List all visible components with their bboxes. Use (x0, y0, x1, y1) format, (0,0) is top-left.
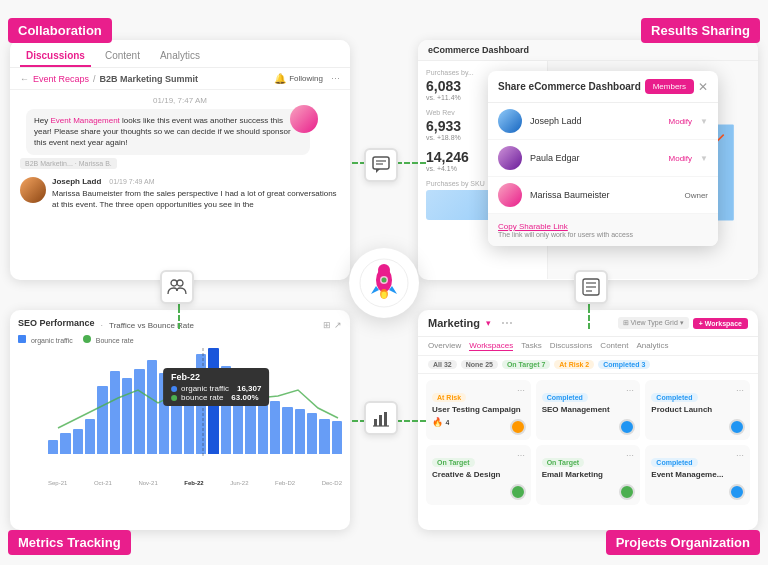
workspace-card-1[interactable]: At Risk ⋯ User Testing Campaign 🔥 4 (426, 380, 531, 440)
chart-bar-5 (110, 371, 120, 454)
tab-content-mkt[interactable]: Content (600, 341, 628, 351)
dashed-v-left-bottom (178, 307, 180, 329)
svg-point-11 (378, 264, 390, 276)
message-time-1: 01/19, 7:47 AM (20, 96, 340, 105)
message-text-2: Marissa Baumeister from the sales perspe… (52, 188, 340, 210)
share-modal: Share eCommerce Dashboard Members ✕ Jose… (488, 71, 718, 246)
marketing-title: Marketing (428, 317, 480, 329)
member-role-2[interactable]: Modify (669, 154, 693, 163)
seo-content: SEO Performance · Traffice vs Bounce Rat… (10, 310, 350, 494)
chart-bar-18 (270, 401, 280, 454)
dashed-v-right-bottom (588, 307, 590, 329)
card-progress-4 (510, 484, 526, 500)
chart-bar-0 (48, 440, 58, 454)
avatar-paula (498, 146, 522, 170)
share-member-2: Paula Edgar Modify ▼ (488, 140, 718, 177)
chart-bar-20 (295, 409, 305, 454)
share-link-description: The link will only work for users with a… (498, 231, 708, 238)
filter-none[interactable]: None 25 (461, 360, 498, 369)
card-progress-2 (619, 419, 635, 435)
filter-completed[interactable]: Completed 3 (598, 360, 650, 369)
following-button[interactable]: 🔔 Following (274, 73, 323, 84)
workspace-card-6[interactable]: Completed ⋯ Event Manageme... (645, 445, 750, 505)
seo-title: SEO Performance (18, 318, 95, 328)
svg-point-15 (382, 291, 387, 298)
list-icon (582, 278, 600, 296)
card-status-4: On Target (432, 458, 475, 467)
workspace-card-3[interactable]: Completed ⋯ Product Launch (645, 380, 750, 440)
member-role-1[interactable]: Modify (669, 117, 693, 126)
center-logo (349, 248, 419, 318)
label-metrics-tracking: Metrics Tracking (8, 530, 131, 555)
ecommerce-panel: eCommerce Dashboard Purchases by... 6,08… (418, 40, 758, 280)
svg-point-20 (177, 280, 183, 286)
share-modal-title: Share eCommerce Dashboard (498, 81, 641, 92)
chart-bar-6 (122, 378, 132, 454)
workspace-card-5[interactable]: On Target ⋯ Email Marketing (536, 445, 641, 505)
breadcrumb: ← Event Recaps / B2B Marketing Summit 🔔 … (10, 68, 350, 90)
chart-bar-7 (134, 369, 144, 454)
share-modal-header: Share eCommerce Dashboard Members ✕ (488, 71, 718, 103)
share-member-1: Joseph Ladd Modify ▼ (488, 103, 718, 140)
tab-overview[interactable]: Overview (428, 341, 461, 351)
workspace-button[interactable]: + Workspace (693, 318, 748, 329)
card-progress-1 (510, 419, 526, 435)
card-status-1: At Risk (432, 393, 466, 402)
member-name-2: Paula Edgar (530, 153, 661, 163)
label-collaboration: Collaboration (8, 18, 112, 43)
tab-workspaces[interactable]: Workspaces (469, 341, 513, 351)
share-link-section: Copy Sharable Link The link will only wo… (488, 214, 718, 246)
card-status-5: On Target (542, 458, 585, 467)
marketing-menu[interactable]: ⋯ (501, 316, 513, 330)
breadcrumb-parent[interactable]: Event Recaps (33, 74, 89, 84)
people-icon (167, 277, 187, 297)
tab-analytics[interactable]: Analytics (154, 46, 206, 67)
connector-people-icon (160, 270, 194, 304)
share-tabs: Members (645, 79, 694, 94)
message-source: B2B Marketin... · Marissa B. (20, 158, 310, 169)
share-modal-close[interactable]: ✕ (698, 80, 708, 94)
filter-atrisk[interactable]: At Risk 2 (554, 360, 594, 369)
card-status-3: Completed (651, 393, 697, 402)
tab-discussions-mkt[interactable]: Discussions (550, 341, 593, 351)
messages-container: 01/19, 7:47 AM Hey Event Management look… (10, 90, 350, 216)
member-name-3: Marissa Baumeister (530, 190, 676, 200)
card-status-6: Completed (651, 458, 697, 467)
message-author: Joseph Ladd (52, 177, 101, 186)
dashed-h-top-right (396, 162, 426, 164)
avatar-sender (290, 105, 318, 133)
seo-subtitle: Traffice vs Bounce Rate (109, 321, 194, 330)
tab-content[interactable]: Content (99, 46, 146, 67)
filter-ontarget[interactable]: On Target 7 (502, 360, 550, 369)
card-progress-3 (729, 419, 745, 435)
tab-tasks[interactable]: Tasks (521, 341, 541, 351)
chart-bar-2 (73, 429, 83, 454)
card-title-6: Event Manageme... (651, 470, 744, 480)
avatar-joseph-ladd (498, 109, 522, 133)
bar-chart-icon (372, 409, 390, 427)
ecommerce-header: eCommerce Dashboard (418, 40, 758, 61)
card-progress-5 (619, 484, 635, 500)
share-tab-members[interactable]: Members (645, 79, 694, 94)
chart-bar-21 (307, 413, 317, 454)
seo-chart-wrapper: 80,000 60,000 40,000 20,000 0 (18, 348, 342, 486)
chart-bar-3 (85, 419, 95, 454)
card-title-2: SEO Management (542, 405, 635, 415)
tab-analytics-mkt[interactable]: Analytics (636, 341, 668, 351)
avatar-marissa (498, 183, 522, 207)
message-group-1: 01/19, 7:47 AM Hey Event Management look… (20, 96, 340, 169)
filter-all[interactable]: All 32 (428, 360, 457, 369)
card-title-1: User Testing Campaign (432, 405, 525, 415)
workspace-card-4[interactable]: On Target ⋯ Creative & Design (426, 445, 531, 505)
message-bubble-1: Hey Event Management looks like this eve… (26, 109, 310, 155)
marketing-tabs: Overview Workspaces Tasks Discussions Co… (418, 337, 758, 356)
dashed-h-bottom-right (396, 420, 426, 422)
legend-organic: organic traffic (18, 335, 73, 344)
workspace-card-2[interactable]: Completed ⋯ SEO Management (536, 380, 641, 440)
tab-discussions[interactable]: Discussions (20, 46, 91, 67)
chart-bar-19 (282, 407, 292, 454)
connector-chat-icon (364, 148, 398, 182)
copy-link-button[interactable]: Copy Sharable Link (498, 222, 708, 231)
label-results-sharing: Results Sharing (641, 18, 760, 43)
chart-bar-23 (332, 421, 342, 454)
